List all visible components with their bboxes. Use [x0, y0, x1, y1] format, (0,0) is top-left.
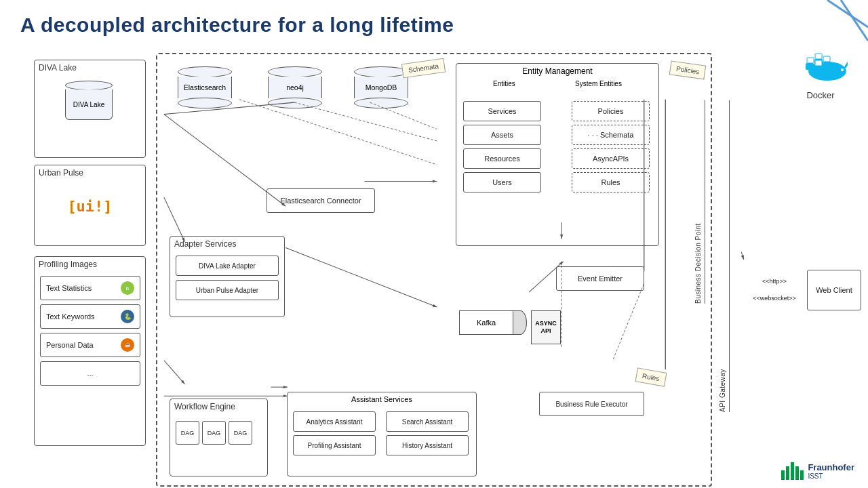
system-entities-label: System Entities [575, 80, 622, 87]
business-decision-point-label: Business Decision Point [694, 100, 705, 304]
diva-lake-db-label: DIVA Lake [73, 101, 105, 108]
kafka-right [513, 310, 527, 335]
entity-management-title: Entity Management [456, 64, 658, 79]
analytics-assistant: Analytics Assistant [293, 411, 376, 432]
mongodb-db: MongoDB [354, 66, 408, 108]
kafka-label: Kafka [459, 310, 513, 335]
dag-1: DAG [176, 421, 199, 445]
elasticsearch-connector: Elasticsearch Connector [267, 188, 375, 213]
urban-pulse-adapter: Urban Pulse Adapter [176, 280, 279, 300]
neo4j-label: neo4j [268, 77, 322, 98]
adapter-services-panel: Adapter Services DIVA Lake Adapter Urban… [170, 236, 285, 317]
personal-data-box: Personal Data ☕ [40, 333, 140, 357]
assistant-services-panel: Assistant Services Analytics Assistant S… [287, 392, 477, 476]
more-box: ... [40, 361, 140, 386]
profiling-images-panel: Profiling Images Text Statistics n Text … [34, 256, 146, 446]
node-badge: n [121, 281, 134, 295]
page-title: A decoupled architecture for a long life… [20, 14, 848, 37]
services-box: Services [463, 101, 541, 121]
api-gateway-label: API Gateway [719, 100, 730, 412]
page: A decoupled architecture for a long life… [0, 0, 868, 488]
users-box: Users [463, 172, 541, 192]
websocket-box: <<websocket>> [745, 290, 804, 306]
elasticsearch-db: Elasticsearch [178, 66, 232, 108]
diagram: DIVA Lake DIVA Lake Urban Pulse [ui!] Pr… [20, 46, 848, 473]
workflow-engine-title: Workflow Engine [170, 399, 267, 413]
event-emitter: Event Emitter [556, 266, 644, 291]
neo4j-db: neo4j [268, 66, 322, 108]
urban-pulse-panel: Urban Pulse [ui!] [34, 165, 146, 246]
policies-box: Policies [572, 101, 650, 121]
profiling-images-title: Profiling Images [35, 257, 145, 270]
schemata-box: · · · Schemata [572, 125, 650, 145]
fraunhofer-bars [781, 462, 804, 480]
asyncapis-box: AsyncAPIs [572, 148, 650, 169]
history-assistant: History Assistant [386, 435, 469, 455]
resources-box: Resources [463, 148, 541, 169]
text-keywords-box: Text Keywords 🐍 [40, 304, 140, 329]
async-api-box: ASYNCAPI [531, 310, 561, 344]
diva-lake-adapter: DIVA Lake Adapter [176, 256, 279, 276]
text-statistics-box: Text Statistics n [40, 276, 140, 300]
assets-box: Assets [463, 125, 541, 145]
entity-management-panel: Entity Management Entities System Entiti… [456, 63, 659, 246]
elasticsearch-label: Elasticsearch [178, 77, 232, 98]
diva-lake-db: DIVA Lake [65, 81, 113, 120]
dag-2: DAG [202, 421, 226, 445]
adapter-services-title: Adapter Services [170, 237, 284, 250]
kafka-container: Kafka [459, 310, 527, 335]
search-assistant: Search Assistant [386, 411, 469, 432]
assistant-services-title: Assistant Services [288, 392, 476, 406]
dag-3: DAG [229, 421, 252, 445]
urban-pulse-title: Urban Pulse [35, 165, 145, 179]
diva-lake-title: DIVA Lake [35, 60, 145, 74]
rules-box: Rules [572, 172, 650, 192]
entities-label: Entities [493, 80, 515, 87]
python-badge: 🐍 [121, 310, 134, 323]
fraunhofer-sub: ISST [808, 472, 854, 480]
java-badge: ☕ [121, 338, 134, 352]
mongodb-label: MongoDB [354, 77, 408, 98]
fraunhofer-logo: Fraunhofer ISST [781, 462, 854, 480]
workflow-engine-panel: Workflow Engine DAG DAG DAG [170, 399, 268, 476]
ui-logo: [ui!] [67, 198, 112, 215]
web-client-box: Web Client [807, 270, 861, 310]
business-rule-executor: Business Rule Executor [539, 392, 644, 416]
http-box: <<http>> [745, 273, 804, 289]
svg-line-28 [741, 252, 744, 260]
profiling-assistant: Profiling Assistant [293, 435, 376, 455]
fraunhofer-name: Fraunhofer [808, 462, 854, 472]
diva-lake-panel: DIVA Lake DIVA Lake [34, 60, 146, 158]
